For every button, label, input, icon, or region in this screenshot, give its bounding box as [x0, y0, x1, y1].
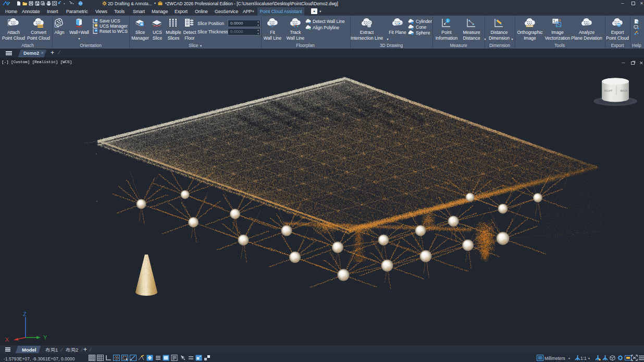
svg-text:3: 3	[559, 19, 561, 22]
